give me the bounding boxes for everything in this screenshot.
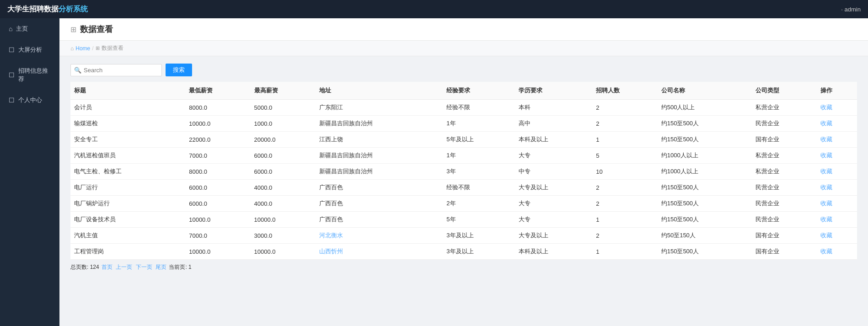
cell-experience: 经验不限 — [443, 180, 514, 196]
cell-max-salary: 10000.0 — [251, 244, 316, 260]
sidebar-item-profile[interactable]: ☐ 个人中心 — [0, 90, 59, 111]
title-prefix: 大学生招聘数据 — [7, 5, 59, 13]
sidebar-label-bigscreen: 大屏分析 — [18, 46, 42, 54]
table-body: 会计员 8000.0 5000.0 广东阳江 经验不限 本科 2 约500人以上… — [70, 100, 857, 260]
cell-experience: 2年 — [443, 196, 514, 212]
sidebar-item-recruit[interactable]: ☐ 招聘信息推荐 — [0, 60, 59, 90]
col-address: 地址 — [316, 82, 443, 100]
cell-education: 大专 — [515, 196, 593, 212]
cell-title: 安全专工 — [70, 132, 185, 148]
cell-company: 约150至500人 — [658, 196, 752, 212]
cell-company: 约150至500人 — [658, 132, 752, 148]
cell-count: 2 — [592, 196, 657, 212]
pagination-next[interactable]: 下一页 — [136, 264, 152, 270]
cell-address: 江西上饶 — [316, 132, 443, 148]
cell-address: 广东阳江 — [316, 100, 443, 116]
action-link-5[interactable]: 收藏 — [820, 184, 832, 191]
cell-action[interactable]: 收藏 — [817, 132, 857, 148]
cell-experience: 3年及以上 — [443, 228, 514, 244]
cell-action[interactable]: 收藏 — [817, 244, 857, 260]
cell-type: 民营企业 — [752, 196, 817, 212]
search-input[interactable] — [70, 64, 162, 76]
cell-education: 高中 — [515, 116, 593, 132]
sidebar-item-home[interactable]: ⌂ 主页 — [0, 18, 59, 39]
title-suffix: 分析系统 — [59, 5, 88, 13]
cell-title: 工程管理岗 — [70, 244, 185, 260]
pagination-prev[interactable]: 上一页 — [116, 264, 132, 270]
sidebar-label-recruit: 招聘信息推荐 — [18, 67, 52, 83]
cell-max-salary: 3000.0 — [251, 228, 316, 244]
col-min-salary: 最低薪资 — [185, 82, 250, 100]
cell-count: 2 — [592, 228, 657, 244]
table-row: 电厂设备技术员 10000.0 10000.0 广西百色 5年 大专 1 约15… — [70, 212, 857, 228]
pagination-current-page: 1 — [188, 264, 192, 270]
action-link-4[interactable]: 收藏 — [820, 168, 832, 175]
cell-min-salary: 6000.0 — [185, 196, 250, 212]
sidebar-label-home: 主页 — [16, 25, 28, 33]
cell-type: 国有企业 — [752, 244, 817, 260]
action-link-1[interactable]: 收藏 — [820, 120, 832, 127]
cell-address[interactable]: 山西忻州 — [316, 244, 443, 260]
cell-company: 约150至500人 — [658, 180, 752, 196]
cell-max-salary: 1000.0 — [251, 116, 316, 132]
col-type: 公司类型 — [752, 82, 817, 100]
search-button[interactable]: 搜索 — [166, 64, 192, 76]
breadcrumb-sep: / — [92, 45, 93, 52]
cell-action[interactable]: 收藏 — [817, 228, 857, 244]
cell-action[interactable]: 收藏 — [817, 212, 857, 228]
cell-count: 1 — [592, 244, 657, 260]
cell-action[interactable]: 收藏 — [817, 196, 857, 212]
cell-min-salary: 22000.0 — [185, 132, 250, 148]
cell-title: 电厂锅炉运行 — [70, 196, 185, 212]
cell-company: 约500人以上 — [658, 100, 752, 116]
cell-max-salary: 6000.0 — [251, 148, 316, 164]
table-row: 电厂锅炉运行 6000.0 4000.0 广西百色 2年 大专 2 约150至5… — [70, 196, 857, 212]
cell-action[interactable]: 收藏 — [817, 180, 857, 196]
cell-action[interactable]: 收藏 — [817, 148, 857, 164]
data-table: 标题 最低薪资 最高薪资 地址 经验要求 学历要求 招聘人数 公司名称 公司类型… — [70, 82, 857, 260]
cell-action[interactable]: 收藏 — [817, 164, 857, 180]
cell-address: 广西百色 — [316, 180, 443, 196]
col-company: 公司名称 — [658, 82, 752, 100]
action-link-8[interactable]: 收藏 — [820, 232, 832, 239]
top-header: 大学生招聘数据分析系统 · admin — [0, 0, 868, 18]
cell-min-salary: 8000.0 — [185, 100, 250, 116]
breadcrumb-home[interactable]: Home — [75, 45, 90, 52]
action-link-2[interactable]: 收藏 — [820, 136, 832, 143]
sidebar-label-profile: 个人中心 — [18, 96, 42, 104]
cell-education: 中专 — [515, 164, 593, 180]
action-link-3[interactable]: 收藏 — [820, 152, 832, 159]
cell-type: 民营企业 — [752, 116, 817, 132]
col-title: 标题 — [70, 82, 185, 100]
pagination-first[interactable]: 首页 — [102, 264, 113, 270]
layout: ⌂ 主页 ☐ 大屏分析 ☐ 招聘信息推荐 ☐ 个人中心 ⊞ 数据查看 ⌂ Hom… — [0, 18, 868, 326]
cell-address[interactable]: 河北衡水 — [316, 228, 443, 244]
cell-title: 汽机主值 — [70, 228, 185, 244]
cell-count: 1 — [592, 132, 657, 148]
cell-min-salary: 10000.0 — [185, 116, 250, 132]
cell-education: 大专 — [515, 148, 593, 164]
search-input-wrap: 🔍 — [70, 64, 162, 76]
cell-address: 新疆昌吉回族自治州 — [316, 116, 443, 132]
action-link-9[interactable]: 收藏 — [820, 248, 832, 255]
action-link-7[interactable]: 收藏 — [820, 216, 832, 223]
monitor-icon-profile: ☐ — [9, 96, 15, 104]
cell-address: 新疆昌吉回族自治州 — [316, 148, 443, 164]
pagination-last[interactable]: 尾页 — [155, 264, 166, 270]
cell-action[interactable]: 收藏 — [817, 116, 857, 132]
cell-education: 大专 — [515, 212, 593, 228]
page-title: 数据查看 — [80, 24, 113, 35]
cell-type: 私营企业 — [752, 100, 817, 116]
cell-company: 约1000人以上 — [658, 148, 752, 164]
sidebar: ⌂ 主页 ☐ 大屏分析 ☐ 招聘信息推荐 ☐ 个人中心 — [0, 18, 59, 326]
search-icon: 🔍 — [74, 67, 81, 74]
table-row: 汽机巡检值班员 7000.0 6000.0 新疆昌吉回族自治州 1年 大专 5 … — [70, 148, 857, 164]
action-link-6[interactable]: 收藏 — [820, 200, 832, 207]
table-row: 汽机主值 7000.0 3000.0 河北衡水 3年及以上 大专及以上 2 约5… — [70, 228, 857, 244]
cell-action[interactable]: 收藏 — [817, 100, 857, 116]
breadcrumb-current: 数据查看 — [102, 44, 123, 52]
sidebar-item-bigscreen[interactable]: ☐ 大屏分析 — [0, 39, 59, 60]
action-link-0[interactable]: 收藏 — [820, 104, 832, 111]
cell-max-salary: 10000.0 — [251, 212, 316, 228]
table-header-row: 标题 最低薪资 最高薪资 地址 经验要求 学历要求 招聘人数 公司名称 公司类型… — [70, 82, 857, 100]
